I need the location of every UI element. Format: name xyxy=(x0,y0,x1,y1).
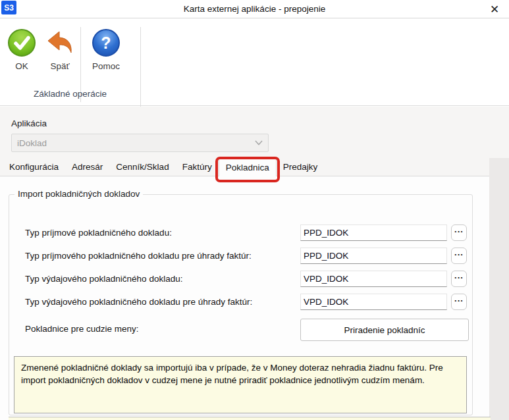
ribbon-group-label: Základné operácie xyxy=(0,89,140,99)
field-label-ppd: Typ príjmové pokladničného dokladu: xyxy=(25,224,172,241)
browse-ellipsis-button[interactable]: ... xyxy=(451,248,467,264)
svg-text:?: ? xyxy=(101,34,111,52)
ok-check-icon xyxy=(7,28,36,57)
ok-button[interactable]: OK xyxy=(3,28,41,71)
tab-predajky[interactable]: Predajky xyxy=(277,159,325,176)
right-gutter xyxy=(489,158,509,420)
tab-pokladnica-label: Pokladnica xyxy=(226,163,269,172)
ppd-type-input[interactable] xyxy=(300,224,447,241)
help-question-icon: ? xyxy=(92,28,121,57)
tab-cennik-sklad[interactable]: Cenník/Sklad xyxy=(109,159,175,176)
title-bar: S3 Karta externej aplikácie - prepojenie… xyxy=(0,0,509,18)
help-button[interactable]: ? Pomoc xyxy=(87,28,125,71)
tab-strip: Konfigurácia Adresár Cenník/Sklad Faktúr… xyxy=(0,158,489,176)
vpd-payments-type-input[interactable] xyxy=(300,294,447,310)
ppd-payments-type-input[interactable] xyxy=(300,248,447,264)
currency-row: Pokladnice pre cudzie meny: Priradenie p… xyxy=(9,319,472,341)
browse-ellipsis-button[interactable]: ... xyxy=(451,224,467,241)
field-label-vpd: Typ výdajového pokladničného dokladu: xyxy=(25,271,182,287)
assign-cashdesks-button[interactable]: Priradenie pokladníc xyxy=(300,319,469,341)
field-label-vpd-uhrady: Typ výdajového pokladničného dokladu pre… xyxy=(25,294,252,310)
browse-ellipsis-button[interactable]: ... xyxy=(451,294,467,310)
tab-faktury[interactable]: Faktúry xyxy=(176,159,219,176)
application-select-value: iDoklad xyxy=(12,138,250,148)
browse-ellipsis-button[interactable]: ... xyxy=(451,271,467,287)
vpd-type-input[interactable] xyxy=(300,271,447,287)
application-select[interactable]: iDoklad xyxy=(11,134,269,152)
tab-page-pokladnica: Import pokladničných dokladov Typ príjmo… xyxy=(0,176,489,420)
form-row: Typ výdajového pokladničného dokladu: ..… xyxy=(9,271,472,287)
tab-konfiguracia[interactable]: Konfigurácia xyxy=(3,159,65,176)
window-title: Karta externej aplikácie - prepojenie xyxy=(0,0,509,18)
ok-button-label: OK xyxy=(15,61,28,71)
application-section: Aplikácia iDoklad xyxy=(0,107,509,158)
help-button-label: Pomoc xyxy=(92,61,120,71)
back-button[interactable]: Späť xyxy=(41,28,79,71)
close-button[interactable]: ✕ xyxy=(484,0,505,18)
groupbox-title: Import pokladničných dokladov xyxy=(14,189,143,199)
back-button-label: Späť xyxy=(50,61,69,71)
import-groupbox: Import pokladničných dokladov Typ príjmo… xyxy=(9,194,473,415)
ribbon: OK Späť ? Pomoc Základné operácie xyxy=(0,19,509,106)
clipped-info-panel xyxy=(9,417,491,420)
back-arrow-icon xyxy=(45,28,74,57)
form-row: Typ výdajového pokladničného dokladu pre… xyxy=(9,294,472,310)
chevron-down-icon xyxy=(250,140,268,145)
tab-pokladnica[interactable]: Pokladnica xyxy=(219,158,277,176)
tab-adresar[interactable]: Adresár xyxy=(65,159,109,176)
form-row: Typ príjmové pokladničného dokladu: ... xyxy=(9,224,472,241)
application-label: Aplikácia xyxy=(11,118,47,128)
field-label-ppd-uhrady: Typ príjmového pokladničného dokladu pre… xyxy=(25,248,252,264)
form-row: Typ príjmového pokladničného dokladu pre… xyxy=(9,248,472,264)
info-note: Zmenené pokladničné doklady sa importujú… xyxy=(14,356,467,413)
currency-cashdesks-label: Pokladnice pre cudzie meny: xyxy=(25,324,139,334)
